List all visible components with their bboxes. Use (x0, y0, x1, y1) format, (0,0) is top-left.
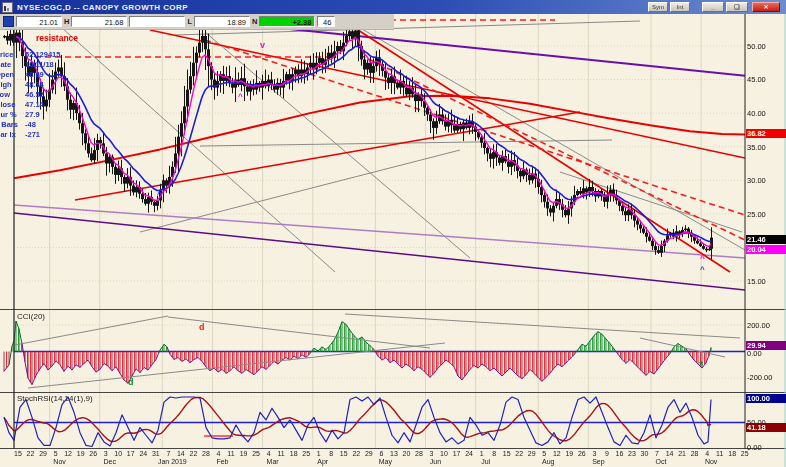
x-axis-tick: 12 (553, 450, 561, 457)
x-axis-tick: 23 (628, 450, 636, 457)
x-axis-tick: 1 (480, 450, 484, 457)
marker-letter-d: d (128, 378, 134, 387)
x-axis-tick: 25 (741, 450, 749, 457)
data-panel-label: High (0, 80, 25, 90)
x-axis-month: Oct (656, 458, 667, 465)
marker-up-arrow: ^ (700, 255, 705, 263)
x-axis-month: Nov (705, 458, 717, 465)
cci-axis-highlight: 29.94 (746, 341, 786, 350)
x-axis-tick: 3 (104, 450, 108, 457)
spare-field[interactable] (129, 16, 185, 27)
x-axis-tick: 22 (515, 450, 523, 457)
x-axis-tick: 28 (691, 450, 699, 457)
data-panel-value: 48.34 (25, 80, 44, 89)
x-axis-tick: 3 (430, 450, 434, 457)
stoch-axis-label: 0.00 (747, 443, 762, 452)
price-axis-label: 30.00 (747, 176, 766, 185)
last-price-field[interactable]: 21.01 (16, 16, 62, 27)
price-axis-label: 35.00 (747, 143, 766, 152)
x-axis-tick: 7 (655, 450, 659, 457)
title-bar[interactable]: NYSE:CGC,D -- CANOPY GROWTH CORP Sym Int… (0, 0, 786, 14)
int-button[interactable]: Int (670, 2, 690, 12)
cci-axis-label: -200.00 (747, 373, 772, 382)
x-axis-tick: 15 (503, 450, 511, 457)
window-title: NYSE:CGC,D -- CANOPY GROWTH CORP (17, 3, 188, 12)
x-axis-tick: 26 (89, 450, 97, 457)
x-axis-tick: 8 (492, 450, 496, 457)
x-axis-tick: 12 (64, 450, 72, 457)
cursor-data-panel: Price52.129415Date10/11/18Open46.69High4… (0, 50, 60, 140)
x-axis-tick: 25 (252, 450, 260, 457)
x-axis-tick: 5 (542, 450, 546, 457)
price-axis-highlight: 20.04 (746, 245, 786, 254)
x-axis-tick: 5 (54, 450, 58, 457)
x-axis-tick: 18 (290, 450, 298, 457)
high-field[interactable]: 21.68 (71, 16, 127, 27)
app-icon (2, 2, 13, 13)
data-panel-value: 27.9 (25, 110, 40, 119)
low-label: L (185, 17, 194, 26)
data-panel-label: Price (0, 50, 25, 60)
price-axis-label: 50.00 (747, 42, 766, 51)
x-axis-tick: 19 (240, 450, 248, 457)
symbol-color-swatch (3, 16, 14, 27)
marker-up-arrow: ^ (238, 93, 243, 101)
minimize-button[interactable]: _ (702, 2, 724, 12)
low-field[interactable]: 18.89 (194, 16, 250, 27)
extra-field[interactable]: 46 (317, 16, 335, 27)
data-panel-label: # Bars (0, 120, 25, 130)
marker-up-arrow: ^ (700, 266, 705, 274)
quote-toolbar: 21.01 H 21.68 L 18.89 N +2.38 46 (0, 14, 394, 30)
x-axis-tick: 28 (415, 450, 423, 457)
data-panel-row: Date10/11/18 (0, 60, 60, 70)
x-axis-tick: 14 (177, 450, 185, 457)
data-panel-row: Open46.69 (0, 70, 60, 80)
x-axis-tick: 10 (114, 450, 122, 457)
x-axis-month: Jul (481, 458, 490, 465)
x-axis-tick: 11 (227, 450, 234, 457)
x-axis-tick: 3 (592, 450, 596, 457)
x-axis-tick: 4 (217, 450, 221, 457)
x-axis-month: Mar (267, 458, 279, 465)
x-axis-tick: 8 (329, 450, 333, 457)
x-axis-tick: 1 (317, 450, 321, 457)
x-axis-tick: 4 (267, 450, 271, 457)
chart-window: NYSE:CGC,D -- CANOPY GROWTH CORP Sym Int… (0, 0, 786, 467)
x-axis-month: Sep (592, 458, 604, 465)
data-panel-row: Bar Ix-271 (0, 130, 60, 140)
marker-asterisk: * (699, 360, 703, 371)
x-axis-tick: 22 (27, 450, 35, 457)
x-axis-tick: 11 (277, 450, 284, 457)
stochrsi-pane-label: StochRSI(14,14(1),9) (17, 394, 93, 403)
price-axis-highlight: 21.46 (746, 235, 786, 244)
x-axis-tick: 18 (728, 450, 736, 457)
x-axis-tick: 25 (302, 450, 310, 457)
chart-canvas[interactable] (0, 0, 786, 467)
x-axis-tick: 24 (139, 450, 147, 457)
data-panel-row: Price52.129415 (0, 50, 60, 60)
x-axis-tick: 11 (716, 450, 723, 457)
x-axis-month: May (379, 458, 392, 465)
x-axis-tick: 16 (616, 450, 624, 457)
x-axis-tick: 24 (465, 450, 473, 457)
x-axis-tick: 17 (453, 450, 461, 457)
x-axis-tick: 29 (365, 450, 373, 457)
cci-axis-label: 200.00 (747, 321, 770, 330)
x-axis-tick: 26 (578, 450, 586, 457)
sym-button[interactable]: Sym (648, 2, 668, 12)
maximize-button[interactable]: ❏ (726, 2, 748, 12)
data-panel-label: Bar Ix (0, 130, 25, 140)
x-axis-tick: 30 (641, 450, 649, 457)
x-axis-tick: 20 (403, 450, 411, 457)
x-axis-tick: 29 (528, 450, 536, 457)
x-axis-month: Jun (430, 458, 441, 465)
x-axis-tick: 22 (190, 450, 198, 457)
close-button[interactable]: ✕ (752, 2, 780, 12)
cci-pane-label: CCI(20) (17, 312, 45, 321)
x-axis-tick: 14 (666, 450, 674, 457)
data-panel-value: 46.52 (25, 90, 44, 99)
price-axis-label: 25.00 (747, 210, 766, 219)
data-panel-value: 47.14 (25, 100, 44, 109)
data-panel-label: Cur % (0, 110, 25, 120)
net-change-field[interactable]: +2.38 (259, 16, 315, 27)
